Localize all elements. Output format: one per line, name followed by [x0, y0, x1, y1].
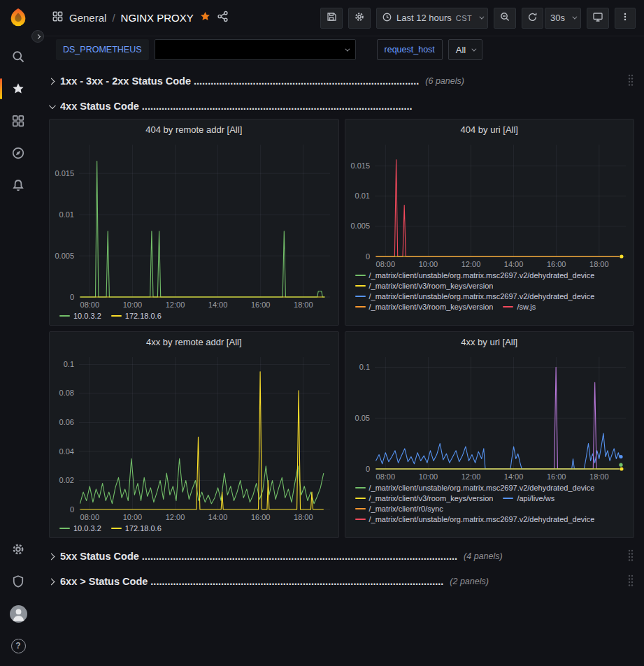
sidebar-item-profile[interactable] — [0, 598, 36, 630]
legend-item[interactable]: /_matrix/client/v3/room_keys/version — [355, 303, 494, 311]
legend-label: /_matrix/client/unstable/org.matrix.msc2… — [369, 292, 595, 301]
datasource-variable-select[interactable] — [155, 39, 356, 60]
row-4xx-status-code[interactable]: 4xx Status Code ........................… — [49, 96, 634, 116]
row-drag-handle[interactable] — [627, 549, 634, 564]
svg-text:18:00: 18:00 — [589, 260, 609, 268]
sidebar-item-starred[interactable] — [0, 73, 36, 105]
svg-text:08:00: 08:00 — [375, 260, 395, 268]
time-series-chart[interactable]: 00.0050.010.01508:0010:0012:0014:0016:00… — [50, 139, 338, 310]
chevron-right-icon — [48, 78, 55, 85]
row-title: 1xx - 3xx - 2xx Status Code ............… — [60, 75, 419, 87]
share-icon[interactable] — [217, 10, 229, 25]
compass-icon — [11, 146, 25, 160]
legend-label: 172.18.0.6 — [125, 524, 162, 533]
row-1xx-3xx-2xx-status-code[interactable]: 1xx - 3xx - 2xx Status Code ............… — [49, 71, 634, 91]
svg-text:10:00: 10:00 — [418, 472, 438, 481]
legend-swatch — [59, 315, 70, 317]
row-6xx-status-code[interactable]: 6xx > Status Code ......................… — [49, 572, 634, 591]
chevron-down-icon — [472, 46, 477, 51]
row-title: 5xx Status Code ........................… — [60, 551, 457, 562]
svg-text:0: 0 — [70, 293, 74, 301]
legend-swatch — [59, 528, 70, 530]
svg-text:0: 0 — [365, 252, 369, 261]
panel-4xx-by-remote-addr: 4xx by remote addr [All] 00.020.040.060.… — [49, 331, 339, 538]
legend-swatch — [111, 315, 122, 317]
legend-swatch — [503, 498, 513, 500]
legend-item[interactable]: 172.18.0.6 — [111, 312, 162, 320]
favorite-star-icon[interactable] — [199, 10, 211, 25]
zoom-out-icon — [499, 11, 510, 24]
svg-text:16:00: 16:00 — [546, 472, 566, 481]
dashboard-settings-button[interactable] — [348, 8, 371, 29]
sidebar-expand-button[interactable] — [31, 30, 44, 43]
request-host-variable-select[interactable]: All — [448, 39, 482, 60]
legend-swatch — [355, 508, 366, 510]
save-dashboard-button[interactable] — [320, 8, 343, 29]
legend-item[interactable]: /_matrix/client/unstable/org.matrix.msc2… — [355, 515, 595, 523]
legend-swatch — [355, 285, 366, 287]
sidebar-item-explore[interactable] — [0, 137, 36, 169]
search-button[interactable] — [0, 41, 36, 73]
sidebar-item-help[interactable] — [0, 630, 36, 662]
sidebar-item-dashboards[interactable] — [0, 105, 36, 137]
time-series-chart[interactable]: 00.050.108:0010:0012:0014:0016:0018:00 — [345, 352, 634, 482]
chevron-down-icon — [345, 47, 350, 52]
row-drag-handle[interactable] — [627, 574, 634, 589]
panel-title[interactable]: 4xx by uri [All] — [345, 332, 634, 352]
sidebar-item-alerting[interactable] — [0, 169, 36, 201]
panel-title[interactable]: 4xx by remote addr [All] — [50, 332, 338, 352]
legend-item[interactable]: /_matrix/client/unstable/org.matrix.msc2… — [355, 484, 595, 492]
svg-text:12:00: 12:00 — [461, 260, 480, 268]
legend-item[interactable]: 10.0.3.2 — [59, 312, 101, 320]
panel-title[interactable]: 404 by uri [All] — [345, 120, 634, 139]
legend-swatch — [355, 487, 366, 489]
svg-text:0.04: 0.04 — [59, 447, 74, 456]
row-drag-handle[interactable] — [627, 73, 634, 89]
dashboard-title: NGINX PROXY — [121, 12, 194, 24]
row-5xx-status-code[interactable]: 5xx Status Code ........................… — [49, 546, 634, 566]
datasource-variable-label[interactable]: DS_PROMETHEUS — [56, 39, 149, 60]
sidebar-item-configuration[interactable] — [0, 533, 36, 565]
legend-item[interactable]: /_matrix/client/unstable/org.matrix.msc2… — [355, 271, 595, 280]
sidebar-item-server-admin[interactable] — [0, 565, 36, 598]
cycle-view-button[interactable] — [587, 8, 609, 29]
svg-text:0.01: 0.01 — [355, 191, 369, 200]
chevron-right-icon — [48, 553, 55, 560]
chevron-down-icon — [49, 102, 56, 109]
time-series-chart[interactable]: 00.0050.010.01508:0010:0012:0014:0016:00… — [345, 139, 634, 269]
legend-item[interactable]: /_matrix/client/v3/room_keys/version — [355, 282, 494, 290]
breadcrumb-section[interactable]: General — [69, 12, 106, 24]
panel-title[interactable]: 404 by remote addr [All] — [50, 120, 338, 139]
legend-item[interactable]: 10.0.3.2 — [59, 524, 101, 533]
more-options-button[interactable] — [615, 8, 636, 29]
star-icon — [11, 82, 25, 96]
legend-item[interactable]: /_matrix/client/v3/room_keys/version — [355, 494, 494, 502]
chevron-right-icon — [35, 34, 40, 38]
legend-item[interactable]: /_matrix/client/r0/sync — [355, 505, 443, 513]
svg-text:0.1: 0.1 — [359, 363, 369, 371]
request-host-variable-label[interactable]: request_host — [377, 39, 443, 60]
legend-item[interactable]: 172.18.0.6 — [111, 524, 162, 533]
refresh-interval-label: 30s — [550, 13, 565, 23]
svg-text:14:00: 14:00 — [208, 301, 228, 309]
dashboard-canvas: 1xx - 3xx - 2xx Status Code ............… — [36, 63, 644, 591]
legend-label: /_matrix/client/v3/room_keys/version — [369, 282, 494, 290]
refresh-dashboard-button[interactable] — [522, 8, 543, 29]
top-navbar: General / NGINX PROXY Last 12 hours CST — [36, 0, 644, 36]
zoom-out-button[interactable] — [494, 8, 516, 29]
legend-item[interactable]: /sw.js — [503, 303, 536, 311]
kebab-menu-icon — [620, 11, 630, 24]
time-series-chart[interactable]: 00.020.040.060.080.108:0010:0012:0014:00… — [50, 352, 338, 522]
legend-item[interactable]: /api/live/ws — [503, 494, 554, 502]
bell-icon — [11, 178, 25, 192]
user-avatar — [10, 605, 27, 623]
time-range-picker-button[interactable]: Last 12 hours CST — [376, 8, 488, 29]
svg-text:0.015: 0.015 — [350, 161, 370, 170]
refresh-interval-dropdown[interactable]: 30s — [545, 8, 581, 29]
legend-item[interactable]: /_matrix/client/unstable/org.matrix.msc2… — [355, 292, 595, 301]
row-panel-count: (6 panels) — [425, 76, 464, 86]
svg-text:0.08: 0.08 — [59, 389, 74, 397]
grafana-logo[interactable] — [8, 7, 29, 31]
legend-swatch — [503, 306, 513, 308]
row-title: 6xx > Status Code ......................… — [60, 576, 443, 587]
